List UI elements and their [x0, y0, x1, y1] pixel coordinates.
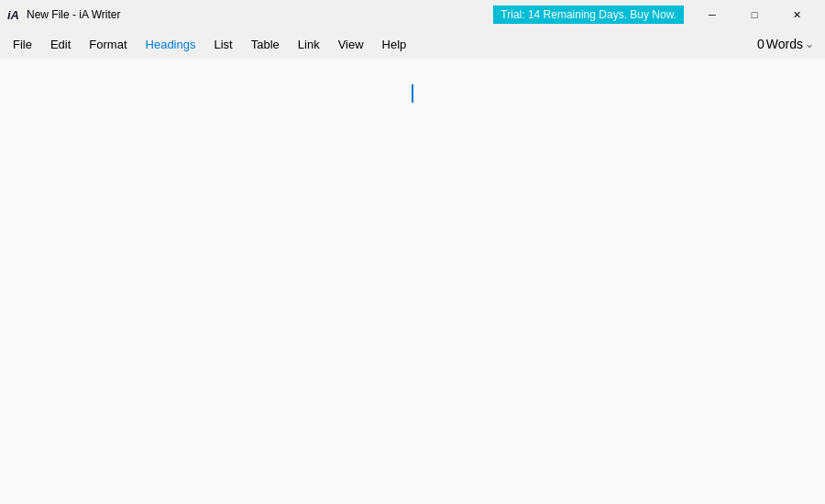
- window-title: New File - iA Writer: [27, 8, 493, 21]
- menu-item-edit[interactable]: Edit: [41, 29, 80, 59]
- title-bar: iA New File - iA Writer Trial: 14 Remain…: [0, 0, 825, 29]
- menu-item-headings[interactable]: Headings: [137, 29, 205, 59]
- menu-item-format[interactable]: Format: [80, 29, 136, 59]
- menu-item-file[interactable]: File: [4, 29, 41, 59]
- word-count-label: Words: [766, 37, 803, 51]
- editor-container: [0, 59, 825, 504]
- minimize-button[interactable]: ─: [691, 0, 733, 29]
- close-button[interactable]: ✕: [776, 0, 818, 29]
- maximize-button[interactable]: □: [733, 0, 776, 29]
- menu-item-link[interactable]: Link: [289, 29, 329, 59]
- word-count-number: 0: [757, 37, 764, 51]
- window-controls: ─ □ ✕: [691, 0, 818, 29]
- app-logo: iA: [7, 8, 19, 22]
- text-cursor: [412, 84, 413, 103]
- menu-item-help[interactable]: Help: [373, 29, 416, 59]
- menu-item-view[interactable]: View: [329, 29, 373, 59]
- menu-item-list[interactable]: List: [204, 29, 241, 59]
- word-count-area[interactable]: 0 Words ⌄: [757, 37, 821, 51]
- menu-bar: File Edit Format Headings List Table Lin…: [0, 29, 825, 59]
- menu-item-table[interactable]: Table: [242, 29, 289, 59]
- chevron-down-icon: ⌄: [805, 38, 814, 50]
- trial-badge[interactable]: Trial: 14 Remaining Days. Buy Now.: [493, 5, 684, 24]
